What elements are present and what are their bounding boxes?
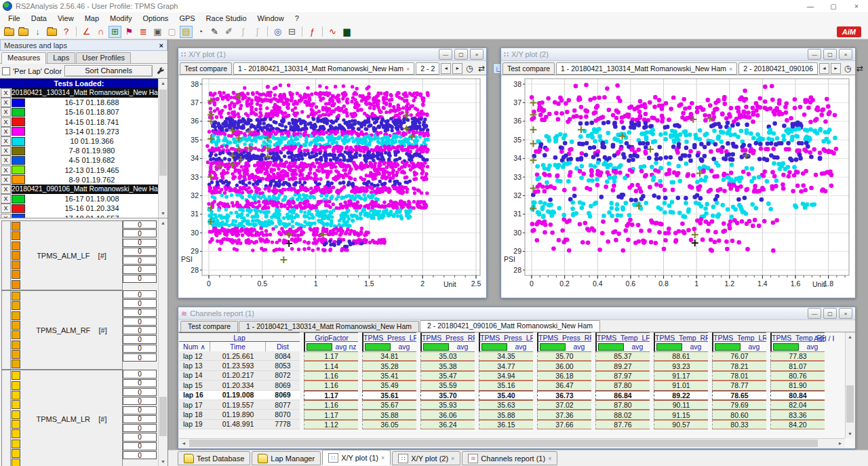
lap-row[interactable]: X12-13 01.19.465	[0, 166, 158, 175]
gps-plot-icon[interactable]: ⚑	[123, 26, 136, 38]
lap-color-swatch[interactable]	[12, 137, 25, 146]
scroll-up-button[interactable]: ▲	[159, 79, 167, 88]
measures-graph-icon[interactable]: ∠	[80, 26, 93, 38]
lap-data-row[interactable]: lap 1701.19.55780771.1635.6735.9335.6337…	[179, 400, 845, 410]
lap-color-swatch[interactable]	[12, 127, 25, 136]
lap-row[interactable]: X15-16 01.20.334	[0, 203, 158, 213]
scrollbar-thumb[interactable]	[189, 440, 818, 447]
report-tab[interactable]: 1 - 20180421_130314_Matt Romanowski_New …	[239, 321, 419, 332]
scroll-down-button[interactable]: ▼	[159, 457, 167, 466]
doc-tab-test-database[interactable]: Test Database	[178, 451, 250, 465]
scroll-up-button[interactable]: ▲	[846, 332, 854, 341]
channel-subheader[interactable]: avg	[712, 342, 766, 351]
lap-color-swatch[interactable]	[12, 175, 25, 184]
window-close-button[interactable]: ×	[845, 0, 868, 12]
lap-color-swatch[interactable]	[12, 166, 25, 174]
lap-toggle[interactable]: X	[1, 146, 11, 155]
test-row[interactable]: X20180421_090106_Matt Romanowski_New Ham	[0, 185, 158, 194]
plot-test-compare-tab[interactable]: Test compare	[502, 62, 555, 75]
menu-modify[interactable]: Modify	[104, 14, 137, 22]
plot-test-compare-tab[interactable]: Test compare	[180, 62, 232, 75]
time-distance-icon[interactable]: ◷	[464, 64, 475, 73]
lap-row[interactable]: X16-17 01.18.688	[0, 98, 158, 107]
channel-subheader[interactable]: avg	[537, 342, 591, 351]
menu-gps[interactable]: GPS	[174, 14, 200, 22]
axes-range-icon[interactable]: ⇄	[854, 64, 865, 73]
channel-enabled-indicator[interactable]	[773, 343, 799, 351]
time-distance-icon[interactable]: ◷	[842, 64, 853, 73]
plot1-canvas[interactable]: 00.511.522.52829303132333435363738PSIUni…	[179, 75, 486, 297]
scroll-up-button[interactable]: ▲	[159, 218, 167, 227]
scroll-down-button[interactable]: ▼	[159, 209, 167, 218]
report-horizontal-scrollbar[interactable]: ◄►	[179, 438, 845, 448]
channel-enabled-indicator[interactable]	[540, 343, 566, 351]
report-tab[interactable]: Test compare	[180, 321, 238, 332]
scrollbar-thumb[interactable]	[159, 90, 167, 176]
plot-file-tab[interactable]: 2 - 20180421_090106	[738, 62, 818, 75]
lap-toggle[interactable]: X	[1, 136, 11, 146]
print-icon[interactable]: ⊟	[285, 26, 298, 38]
channel-header-tpms_press_rf[interactable]: TPMS_Press_RF	[420, 332, 475, 342]
channel-subheader[interactable]: avg	[654, 342, 708, 351]
channel-subheader[interactable]: avg	[595, 342, 650, 351]
lap-row[interactable]: X10 01.19.366	[0, 136, 158, 146]
channel-group-box[interactable]: TPMS_ALM_LF [#]	[10, 220, 123, 290]
speedometer-icon[interactable]: ◔	[194, 26, 207, 38]
tab-scroll-right-button[interactable]: ►	[452, 63, 462, 74]
plot-file-tab[interactable]: 2 - 2	[416, 62, 439, 75]
close-button[interactable]: ×	[470, 49, 484, 60]
scrollbar-thumb[interactable]	[159, 397, 167, 436]
channel-enabled-indicator[interactable]	[307, 343, 332, 351]
wrench-icon[interactable]	[155, 66, 165, 75]
lap-row[interactable]: X7-8 01.19.980	[0, 146, 158, 155]
channel-enabled-indicator[interactable]	[715, 343, 741, 351]
test-row[interactable]: X20180421_130314_Matt Romanowski_New Ham	[0, 88, 158, 98]
channels-scrollbar[interactable]: ▲▼	[158, 218, 167, 466]
tab-close-icon[interactable]: ×	[729, 66, 732, 73]
channel-subheader[interactable]: avg nz	[304, 342, 358, 351]
channel-group[interactable]: TPMS_ALM_LR [#]0000000000	[1, 370, 157, 466]
doc-tab-x-y-plot-2-[interactable]: ∷X/Y plot (2)×	[392, 451, 460, 465]
per-lap-color-checkbox[interactable]	[2, 67, 10, 75]
track-tool-icon[interactable]: ✐	[222, 26, 235, 38]
minimize-button[interactable]: —	[808, 308, 821, 319]
channel-subheader[interactable]: avg	[479, 342, 533, 351]
lap-row[interactable]: X13-14 01.19.273	[0, 127, 158, 136]
lap-data-row[interactable]: lap 1901.48.99177781.1236.0536.2436.1537…	[179, 420, 845, 429]
lap-group-header[interactable]: Lap	[179, 332, 300, 342]
lap-toggle[interactable]: X	[1, 194, 11, 203]
lap-toggle[interactable]: X	[1, 175, 11, 185]
tab-measures[interactable]: Measures	[1, 52, 46, 64]
close-button[interactable]: ×	[839, 49, 852, 60]
lap-row[interactable]: X15-16 01.18.807	[0, 107, 158, 117]
channel-header-gripfactor[interactable]: GripFactor	[304, 332, 358, 342]
key-permissions-icon[interactable]: ?	[60, 26, 73, 38]
menu-file[interactable]: File	[3, 14, 26, 22]
doc-tab-channels-report-1-[interactable]: ≋Channels report (1)×	[462, 451, 557, 465]
channel-header-tpms_press_rr[interactable]: TPMS_Press_RR	[537, 332, 591, 342]
tab-laps[interactable]: Laps	[47, 52, 75, 63]
channel-group-box[interactable]: TPMS_ALM_LR [#]	[10, 370, 123, 466]
doc-tab-x-y-plot-1-[interactable]: ∷X/Y plot (1)×	[322, 450, 391, 465]
panel-close-icon[interactable]: ×	[159, 41, 163, 50]
tab-scroll-right-button[interactable]: ►	[831, 63, 841, 74]
maximize-button[interactable]: ▢	[823, 308, 837, 319]
export-test-icon[interactable]	[45, 26, 58, 38]
channels-report-icon[interactable]: ≣	[137, 26, 150, 38]
plot2-titlebar[interactable]: ∷ X/Y plot (2) —▢×	[501, 48, 855, 61]
report-vertical-scrollbar[interactable]: ▲▼	[845, 332, 854, 438]
time-column-header[interactable]: Time	[210, 342, 266, 351]
channel-header-tpms_temp_lr[interactable]: TPMS_Temp_LR	[712, 332, 766, 342]
channel-header-tpms_press_lf[interactable]: TPMS_Press_LF	[362, 332, 416, 342]
lap-row[interactable]: X8-9 01.19.762	[0, 175, 158, 185]
tab-close-icon[interactable]: ×	[451, 455, 454, 462]
menu-map[interactable]: Map	[79, 14, 104, 22]
tab-scroll-left-button[interactable]: ◄	[441, 63, 451, 74]
maximize-button[interactable]: ▢	[823, 49, 837, 60]
menu--[interactable]: ?	[290, 14, 304, 22]
lap-data-row[interactable]: lap 1601.19.00880691.1735.6135.7035.4036…	[179, 391, 845, 400]
histogram-icon[interactable]: ∩	[94, 26, 107, 38]
seat-right-icon[interactable]: ∫	[251, 26, 264, 38]
channel-enabled-indicator[interactable]	[656, 343, 682, 351]
lap-color-swatch[interactable]	[12, 147, 25, 155]
